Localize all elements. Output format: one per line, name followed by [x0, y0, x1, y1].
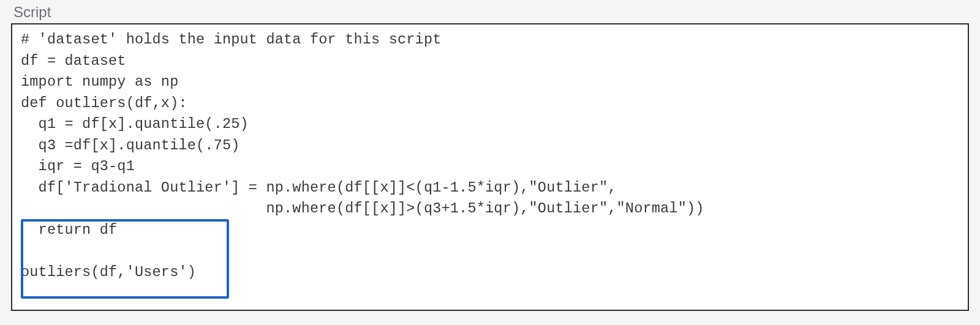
script-editor[interactable]: # 'dataset' holds the input data for thi…: [11, 23, 969, 311]
code-line[interactable]: def outliers(df,x):: [21, 95, 187, 111]
code-line[interactable]: df = dataset: [21, 53, 126, 69]
script-code[interactable]: # 'dataset' holds the input data for thi…: [21, 29, 959, 283]
panel-label: Script: [13, 4, 969, 21]
code-line[interactable]: # 'dataset' holds the input data for thi…: [21, 31, 442, 48]
code-line[interactable]: import numpy as np: [21, 73, 178, 90]
code-line[interactable]: outliers(df,'Users'): [21, 264, 196, 280]
script-panel: Script # 'dataset' holds the input data …: [0, 0, 980, 325]
code-line[interactable]: q1 = df[x].quantile(.25): [21, 116, 249, 132]
code-line[interactable]: np.where(df[[x]]>(q3+1.5*iqr),"Outlier",…: [21, 200, 704, 217]
code-line[interactable]: q3 =df[x].quantile(.75): [21, 137, 240, 154]
code-line[interactable]: return df: [21, 222, 117, 238]
code-line[interactable]: df['Tradional Outlier'] = np.where(df[[x…: [21, 179, 617, 196]
code-line[interactable]: iqr = q3-q1: [21, 158, 135, 174]
